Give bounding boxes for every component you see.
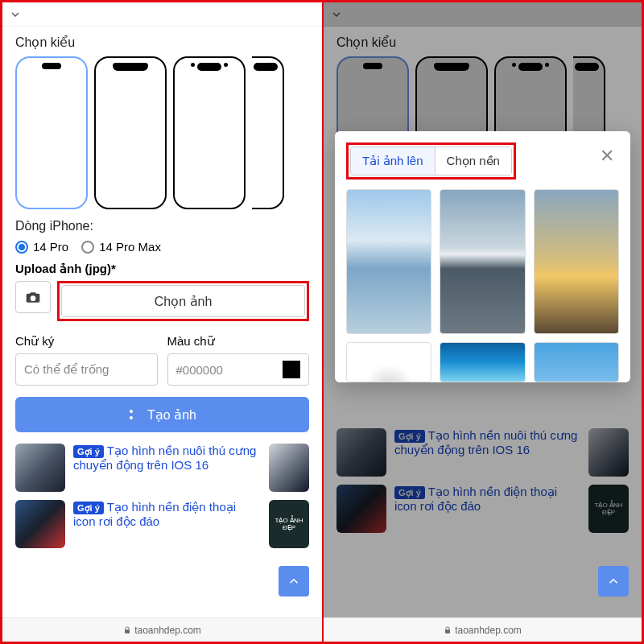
choose-image-button[interactable]: Chọn ảnh: [61, 285, 305, 317]
radio-14promax[interactable]: 14 Pro Max: [81, 240, 161, 254]
bg-option[interactable]: [346, 342, 431, 382]
suggestion-thumb: [15, 500, 65, 548]
scroll-top-button[interactable]: [598, 566, 629, 597]
bg-option[interactable]: [534, 189, 619, 334]
lock-icon: [444, 626, 452, 634]
suggestion-badge: Gợi ý: [73, 502, 104, 514]
background-grid: [346, 189, 619, 334]
radio-14pro[interactable]: 14 Pro: [15, 240, 68, 254]
close-icon[interactable]: ✕: [595, 142, 619, 170]
camera-icon: [25, 289, 41, 305]
bg-option[interactable]: [534, 342, 619, 382]
image-picker-modal: Tải ảnh lên Chọn nền ✕: [335, 131, 630, 382]
chevron-up-icon: [287, 574, 301, 588]
color-value-text: #000000: [176, 363, 223, 377]
camera-button[interactable]: [15, 281, 51, 313]
radio-label: 14 Pro: [33, 240, 68, 254]
signature-label: Chữ ký: [15, 334, 158, 349]
suggestion-badge: Gợi ý: [73, 445, 104, 458]
placeholder-text: Có thể để trống: [24, 362, 109, 377]
style-picker: [15, 56, 309, 209]
phone-line-label: Dòng iPhone:: [15, 219, 309, 233]
left-pane: Chọn kiểu Dòng iPhone: 14 Pro 14 Pro Max…: [2, 2, 322, 642]
phone-line-radios: 14 Pro 14 Pro Max: [15, 240, 309, 254]
scissors-icon: [128, 408, 141, 421]
style-option-3[interactable]: [173, 56, 246, 209]
style-option-2[interactable]: [94, 56, 167, 209]
color-swatch: [283, 361, 300, 378]
suggestion-item[interactable]: Gợi ýTạo hình nền nuôi thú cưng chuyển đ…: [15, 444, 309, 492]
footer-domain: taoanhdep.com: [2, 617, 322, 642]
upload-label: Upload ảnh (jpg)*: [15, 262, 309, 276]
suggestion-thumb-right: [269, 444, 309, 492]
bg-option[interactable]: [346, 189, 431, 334]
tab-choose-bg[interactable]: Chọn nền: [435, 147, 511, 175]
suggestion-item[interactable]: Gợi ýTạo hình nền điện thoại icon rơi độ…: [15, 500, 309, 548]
footer-domain: taoanhdep.com: [324, 617, 642, 642]
style-option-4[interactable]: [252, 56, 284, 209]
style-option-1[interactable]: [15, 56, 88, 209]
topbar: [2, 2, 322, 27]
lock-icon: [123, 626, 131, 634]
radio-label: 14 Pro Max: [99, 240, 161, 254]
button-label: Tạo ảnh: [147, 407, 196, 423]
bg-option[interactable]: [440, 342, 525, 382]
chevron-down-icon[interactable]: [9, 8, 22, 21]
style-label: Chọn kiểu: [15, 35, 309, 50]
suggestion-thumb-right: TẠO ẢNH ĐẸP: [269, 500, 309, 548]
bg-option[interactable]: [440, 189, 525, 334]
create-image-button[interactable]: Tạo ảnh: [15, 397, 309, 432]
tab-upload[interactable]: Tải ảnh lên: [351, 147, 435, 175]
color-label: Màu chữ: [167, 334, 310, 349]
tabs-highlight: Tải ảnh lên Chọn nền: [346, 142, 516, 180]
radio-dot-icon: [15, 241, 28, 254]
scroll-top-button[interactable]: [279, 566, 309, 597]
signature-input[interactable]: Có thể để trống: [15, 353, 158, 386]
background-grid-row2: [346, 342, 619, 382]
chevron-up-icon: [606, 574, 621, 588]
color-input[interactable]: #000000: [167, 353, 310, 386]
suggestion-list: Gợi ýTạo hình nền nuôi thú cưng chuyển đ…: [15, 444, 309, 548]
suggestion-thumb: [15, 444, 65, 492]
modal-tabs: Tải ảnh lên Chọn nền: [350, 147, 512, 175]
right-pane: Chọn kiểu Gợi ýTạo hình nền nuôi thú cưn…: [322, 2, 642, 642]
radio-dot-icon: [81, 241, 94, 254]
